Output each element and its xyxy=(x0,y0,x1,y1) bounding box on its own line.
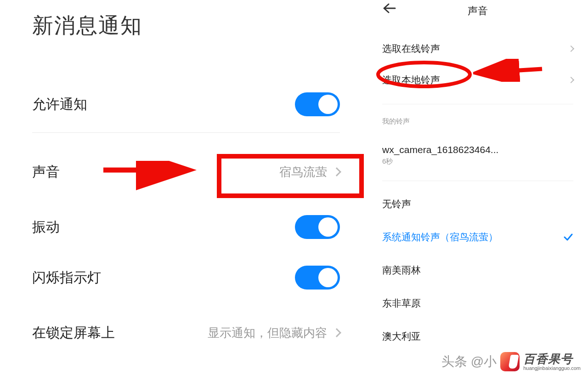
page-title: 新消息通知 xyxy=(32,11,340,40)
ringtone-none[interactable]: 无铃声 xyxy=(382,181,573,221)
ringtone-system[interactable]: 系统通知铃声（宿鸟流萤） xyxy=(382,221,573,254)
my-ringtone-item[interactable]: wx_camera_1618623464... 6秒 xyxy=(382,134,573,176)
chevron-right-icon xyxy=(568,77,574,83)
watermark-url: huangjinbaixiangguo.com xyxy=(523,366,581,371)
sound-value: 宿鸟流萤 xyxy=(279,164,340,180)
none-label: 无铃声 xyxy=(382,198,573,210)
chevron-right-icon xyxy=(332,328,341,337)
opt2-label: 东非草原 xyxy=(382,297,573,310)
local-label: 选取本地铃声 xyxy=(382,74,440,86)
divider xyxy=(382,104,573,104)
notification-settings-panel: 新消息通知 允许通知 声音 宿鸟流萤 振动 闪烁指示灯 在锁定屏幕上 显示通知，… xyxy=(0,0,368,375)
sound-label: 声音 xyxy=(32,163,60,182)
row-online-ringtone[interactable]: 选取在线铃声 xyxy=(382,33,573,64)
my-ringtone-duration: 6秒 xyxy=(382,157,573,166)
online-label: 选取在线铃声 xyxy=(382,42,440,55)
row-local-ringtone[interactable]: 选取本地铃声 xyxy=(382,64,573,96)
row-allow-notifications: 允许通知 xyxy=(32,79,340,130)
ringtone-option-3[interactable]: 澳大利亚 xyxy=(382,320,573,343)
chevron-right-icon xyxy=(332,167,341,176)
sound-picker-panel: 声音 选取在线铃声 选取本地铃声 我的铃声 wx_camera_16186234… xyxy=(368,0,588,375)
watermark-brand: 百香果号 xyxy=(523,353,581,365)
opt1-label: 南美雨林 xyxy=(382,264,573,277)
allow-label: 允许通知 xyxy=(32,95,87,114)
check-icon xyxy=(563,232,573,242)
vibrate-toggle[interactable] xyxy=(295,215,340,239)
opt3-label: 澳大利亚 xyxy=(382,330,573,343)
chevron-right-icon xyxy=(568,45,574,52)
watermark-logo-icon xyxy=(500,352,520,371)
led-label: 闪烁指示灯 xyxy=(32,268,101,287)
back-arrow-icon xyxy=(382,3,396,14)
sound-title: 声音 xyxy=(468,4,488,18)
ringtone-option-2[interactable]: 东非草原 xyxy=(382,287,573,320)
divider xyxy=(32,132,340,133)
ringtone-option-1[interactable]: 南美雨林 xyxy=(382,254,573,287)
row-lockscreen[interactable]: 在锁定屏幕上 显示通知，但隐藏内容 xyxy=(32,303,340,363)
sound-value-text: 宿鸟流萤 xyxy=(279,164,327,180)
led-toggle[interactable] xyxy=(295,266,340,290)
lockscreen-value-text: 显示通知，但隐藏内容 xyxy=(208,325,327,341)
section-my-ringtones: 我的铃声 xyxy=(382,117,573,126)
vibrate-label: 振动 xyxy=(32,218,60,237)
lockscreen-value: 显示通知，但隐藏内容 xyxy=(208,325,340,341)
row-sound[interactable]: 声音 宿鸟流萤 xyxy=(32,142,340,202)
back-button[interactable] xyxy=(382,3,396,16)
my-ringtone-name: wx_camera_1618623464... xyxy=(382,144,573,155)
allow-toggle[interactable] xyxy=(295,92,340,116)
system-label: 系统通知铃声（宿鸟流萤） xyxy=(382,231,498,244)
watermark-head-text: 头条 @小 xyxy=(441,353,497,370)
watermark: 头条 @小 百香果号 huangjinbaixiangguo.com xyxy=(441,352,581,371)
lockscreen-label: 在锁定屏幕上 xyxy=(32,324,115,342)
row-led: 闪烁指示灯 xyxy=(32,252,340,303)
row-vibrate: 振动 xyxy=(32,202,340,252)
